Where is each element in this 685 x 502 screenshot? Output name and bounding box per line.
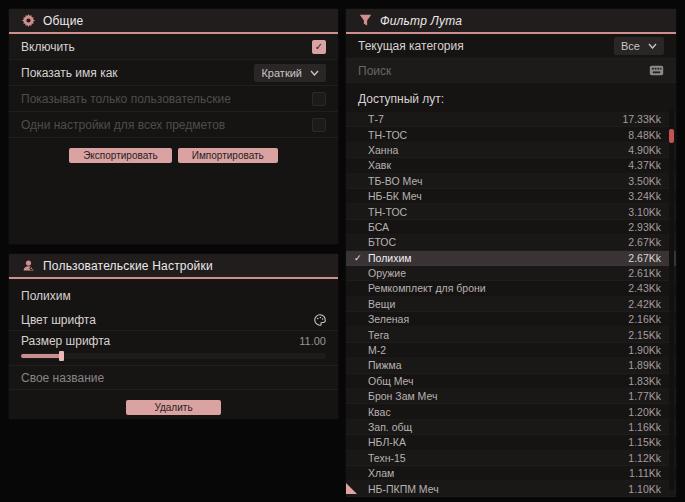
- loot-item-value: 17.33Kk: [622, 113, 676, 125]
- loot-item[interactable]: Ханна4.90Kk: [346, 143, 676, 158]
- available-loot-label: Доступный лут:: [346, 83, 676, 112]
- loot-item-name: Квас: [368, 406, 628, 418]
- loot-item[interactable]: Ремкомплект для брони2.43Kk: [346, 281, 676, 296]
- loot-item-name: БТОС: [368, 236, 628, 248]
- category-value: Все: [621, 40, 640, 52]
- user-settings-panel-header[interactable]: Пользовательские Настройки: [9, 254, 338, 279]
- funnel-icon: [358, 14, 372, 28]
- loot-item[interactable]: БСА2.93Kk: [346, 220, 676, 235]
- loot-item[interactable]: Оружие2.61Kk: [346, 266, 676, 281]
- loot-item-name: НБЛ-КА: [368, 436, 628, 448]
- font-size-slider[interactable]: [9, 351, 338, 366]
- loot-item[interactable]: Вещи2.42Kk: [346, 297, 676, 312]
- loot-item[interactable]: Хавк4.37Kk: [346, 158, 676, 173]
- loot-item-name: ТН-ТОС: [368, 129, 628, 141]
- font-size-label: Размер шрифта: [21, 334, 110, 348]
- loot-item[interactable]: Общ Меч1.83Kk: [346, 374, 676, 389]
- user-settings-panel: Пользовательские Настройки Полихим Цвет …: [8, 253, 339, 420]
- palette-icon[interactable]: [314, 314, 326, 326]
- slider-fill: [21, 354, 61, 358]
- loot-list-scrollbar[interactable]: [669, 109, 674, 490]
- loot-item-name: Тега: [368, 329, 628, 341]
- loot-item-name: ТН-ТОС: [368, 206, 628, 218]
- loot-item[interactable]: БТОС2.67Kk: [346, 235, 676, 250]
- loot-item-name: НБ-ПКПМ Меч: [368, 483, 628, 495]
- show-name-row: Показать имя как Краткий: [9, 60, 338, 86]
- loot-item[interactable]: Брон Зам Меч1.77Kk: [346, 389, 676, 404]
- loot-filter-panel: Фильтр Лута Текущая категория Все Поиск …: [345, 8, 677, 495]
- user-settings-panel-title: Пользовательские Настройки: [43, 259, 213, 273]
- loot-item[interactable]: Техн-151.12Kk: [346, 451, 676, 466]
- slider-handle[interactable]: [59, 351, 64, 361]
- loot-item-name: Брон Зам Меч: [368, 390, 628, 402]
- loot-item[interactable]: Пижма1.89Kk: [346, 358, 676, 373]
- loot-item[interactable]: НБЛ-КА1.15Kk: [346, 435, 676, 450]
- slider-track[interactable]: [21, 353, 326, 359]
- loot-item-name: Общ Меч: [368, 375, 628, 387]
- loot-item-name: Оружие: [368, 267, 628, 279]
- scrollbar-thumb[interactable]: [669, 129, 674, 143]
- enable-label: Включить: [21, 40, 75, 54]
- loot-item-name: Зеленая: [368, 313, 628, 325]
- loot-item[interactable]: ТБ-ВО Меч3.50Kk: [346, 174, 676, 189]
- loot-item-name: Пижма: [368, 359, 628, 371]
- show-name-dropdown[interactable]: Краткий: [254, 64, 326, 82]
- loot-item[interactable]: Т-717.33Kk: [346, 112, 676, 127]
- loot-item[interactable]: Зап. общ1.16Kk: [346, 420, 676, 435]
- category-row: Текущая категория Все: [346, 34, 676, 59]
- loot-filter-panel-title: Фильтр Лута: [380, 14, 462, 28]
- loot-item[interactable]: ТН-ТОС3.10Kk: [346, 204, 676, 219]
- gear-icon: [21, 14, 35, 28]
- loot-item-name: Вещи: [368, 298, 628, 310]
- chevron-down-icon: [648, 43, 657, 49]
- search-input[interactable]: Поиск: [346, 59, 676, 83]
- enable-checkbox[interactable]: ✓: [312, 40, 326, 54]
- loot-item[interactable]: Зеленая2.16Kk: [346, 312, 676, 327]
- same-settings-label: Одни настройки для всех предметов: [21, 118, 225, 132]
- loot-item-name: Ремкомплект для брони: [368, 282, 628, 294]
- loot-item[interactable]: ТН-ТОС8.48Kk: [346, 127, 676, 142]
- loot-item-name: Ханна: [368, 144, 628, 156]
- loot-list: Т-717.33KkТН-ТОС8.48KkХанна4.90KkХавк4.3…: [346, 112, 676, 497]
- loot-item-name: Т-7: [368, 113, 622, 125]
- keyboard-icon[interactable]: [649, 65, 664, 76]
- loot-item-name: Хлам: [368, 467, 629, 479]
- user-settings-icon: [21, 259, 35, 273]
- enable-row: Включить ✓: [9, 34, 338, 60]
- loot-item-name: БСА: [368, 221, 628, 233]
- chevron-down-icon: [310, 70, 319, 76]
- loot-item-name: НБ-БК Меч: [368, 190, 628, 202]
- font-color-row: Цвет шрифта: [9, 309, 338, 331]
- loot-item-name: М-2: [368, 344, 628, 356]
- category-dropdown[interactable]: Все: [614, 37, 664, 55]
- general-panel-title: Общие: [43, 14, 83, 28]
- only-custom-checkbox[interactable]: [312, 92, 326, 106]
- font-size-row: Размер шрифта 11.00: [9, 331, 338, 351]
- same-settings-checkbox[interactable]: [312, 118, 326, 132]
- loot-item-name: Хавк: [368, 159, 628, 171]
- import-button[interactable]: Импортировать: [178, 148, 278, 163]
- same-settings-row: Одни настройки для всех предметов: [9, 112, 338, 138]
- loot-item[interactable]: НБ-БК Меч3.24Kk: [346, 189, 676, 204]
- loot-item[interactable]: Тега2.15Kk: [346, 327, 676, 342]
- loot-item-name: ТБ-ВО Меч: [368, 175, 628, 187]
- resize-grip[interactable]: [346, 483, 357, 494]
- loot-item[interactable]: НБ-ПКПМ Меч1.10Kk: [346, 481, 676, 496]
- selected-item-name: Полихим: [9, 279, 338, 309]
- loot-item[interactable]: М-21.90Kk: [346, 343, 676, 358]
- font-size-value: 11.00: [299, 335, 326, 347]
- check-icon: ✓: [346, 253, 368, 263]
- general-panel-header[interactable]: Общие: [9, 9, 338, 34]
- loot-item[interactable]: Хлам1.11Kk: [346, 466, 676, 481]
- custom-name-input[interactable]: Свое название: [9, 366, 338, 390]
- show-name-value: Краткий: [261, 67, 302, 79]
- loot-item[interactable]: Квас1.20Kk: [346, 404, 676, 419]
- loot-item[interactable]: ✓Полихим2.67Kk: [346, 251, 676, 266]
- font-color-label: Цвет шрифта: [21, 313, 96, 327]
- only-custom-row: Показывать только пользовательские: [9, 86, 338, 112]
- only-custom-label: Показывать только пользовательские: [21, 92, 231, 106]
- loot-filter-panel-header[interactable]: Фильтр Лута: [346, 9, 676, 34]
- export-button[interactable]: Экспортировать: [69, 148, 172, 163]
- loot-item-name: Техн-15: [368, 452, 628, 464]
- delete-button[interactable]: Удалить: [126, 400, 220, 415]
